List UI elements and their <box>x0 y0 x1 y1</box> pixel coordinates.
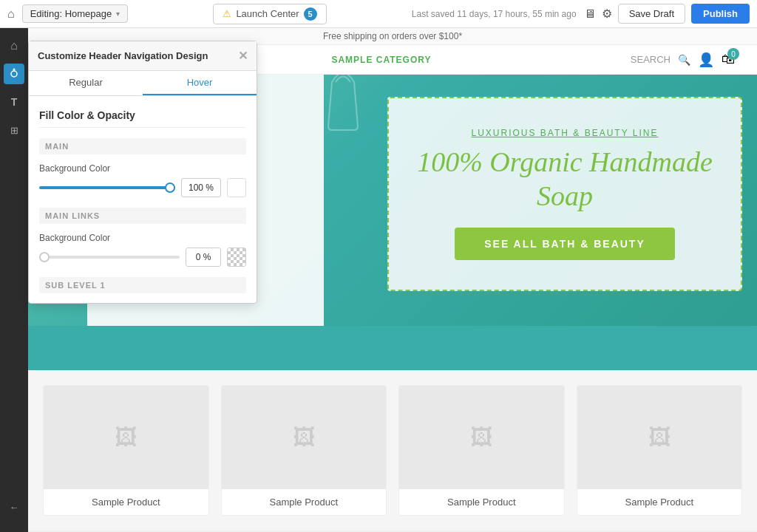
sidebar-grid-icon[interactable]: ⊞ <box>4 120 24 140</box>
save-info: Last saved 11 days, 17 hours, 55 min ago <box>412 9 577 19</box>
launch-badge: 5 <box>304 7 317 21</box>
tab-regular[interactable]: Regular <box>29 71 143 95</box>
home-icon[interactable]: ⌂ <box>7 7 15 21</box>
section-main-label: MAIN <box>39 138 246 154</box>
sidebar-paint-icon[interactable] <box>4 64 24 84</box>
left-sidebar: ⌂ T ⊞ ← <box>0 28 28 532</box>
organic-title: 100% Organic Handmade Soap <box>411 146 719 213</box>
main-slider-track[interactable] <box>39 186 175 189</box>
publish-button[interactable]: Publish <box>691 4 750 24</box>
products-grid: 🖼 Sample Product 🖼 Sample Product 🖼 Samp… <box>43 385 742 516</box>
user-icon[interactable]: 👤 <box>698 52 714 68</box>
product-card: 🖼 Sample Product <box>43 385 209 516</box>
editing-dropdown[interactable]: Editing: Homepage ▾ <box>22 4 129 23</box>
search-label: SEARCH <box>631 54 671 65</box>
links-slider-container <box>39 248 246 267</box>
svg-point-1 <box>13 69 16 71</box>
sidebar-back-icon[interactable]: ← <box>4 497 24 517</box>
product-image-4: 🖼 <box>577 386 742 489</box>
see-all-button[interactable]: SEE ALL BATH & BEAUTY <box>455 228 675 260</box>
fill-color-title: Fill Color & Opacity <box>39 106 246 128</box>
sidebar-bottom: ← <box>4 497 24 517</box>
sidebar-home-icon[interactable]: ⌂ <box>4 35 24 56</box>
main-opacity-input[interactable] <box>181 178 221 197</box>
sidebar-text-icon[interactable]: T <box>4 92 24 112</box>
bag-decoration <box>321 75 365 134</box>
search-icon[interactable]: 🔍 <box>678 54 690 66</box>
top-center: ⚠ Launch Center 5 <box>213 4 326 24</box>
top-bar: ⌂ Editing: Homepage ▾ ⚠ Launch Center 5 … <box>0 0 757 28</box>
product-card-3: 🖼 Sample Product <box>398 385 565 516</box>
links-opacity-input[interactable] <box>186 248 221 267</box>
tab-hover[interactable]: Hover <box>143 71 257 95</box>
product-name-3: Sample Product <box>399 489 564 515</box>
product-image-2: 🖼 <box>222 386 387 489</box>
chevron-down-icon: ▾ <box>116 10 120 18</box>
product-card-4: 🖼 Sample Product <box>577 385 743 516</box>
panel-tabs: Regular Hover <box>29 71 257 96</box>
section-main-links-label: MAIN LINKS <box>39 208 246 224</box>
product-name-1: Sample Product <box>44 489 208 515</box>
panel-close-button[interactable]: ✕ <box>238 49 248 63</box>
links-slider-thumb[interactable] <box>39 252 50 262</box>
product-name-4: Sample Product <box>577 489 742 515</box>
product-name-2: Sample Product <box>222 489 387 515</box>
customize-panel: Customize Header Navigation Design ✕ Reg… <box>28 41 257 304</box>
product-image-3: 🖼 <box>399 386 564 489</box>
alert-icon: ⚠ <box>223 8 231 19</box>
launch-center-button[interactable]: ⚠ Launch Center 5 <box>213 4 326 24</box>
cart-icon[interactable]: 🛍 0 <box>722 52 735 67</box>
links-color-swatch[interactable] <box>227 248 246 267</box>
panel-header: Customize Header Navigation Design ✕ <box>29 41 257 71</box>
main-slider-thumb[interactable] <box>165 183 175 193</box>
panel-scroll-area: Fill Color & Opacity MAIN Background Col… <box>29 96 257 303</box>
site-nav: SAMPLE CATEGORY <box>331 55 431 65</box>
products-section: 🖼 Sample Product 🖼 Sample Product 🖼 Samp… <box>28 370 757 531</box>
section-sub-level-label: SUB LEVEL 1 <box>39 277 246 293</box>
search-area: SEARCH 🔍 👤 🛍 0 <box>631 52 735 68</box>
settings-icon[interactable]: ⚙ <box>602 7 612 21</box>
product-image-1: 🖼 <box>44 386 208 489</box>
launch-center-label: Launch Center <box>236 8 299 19</box>
main-color-swatch[interactable] <box>227 178 246 197</box>
luxurious-label: LUXURIOUS BATH & BEAUTY LINE <box>411 128 719 138</box>
desktop-icon[interactable]: 🖥 <box>584 7 596 21</box>
links-slider-track[interactable] <box>39 256 180 259</box>
nav-category[interactable]: SAMPLE CATEGORY <box>331 55 431 65</box>
panel-title: Customize Header Navigation Design <box>38 50 208 61</box>
save-draft-button[interactable]: Save Draft <box>618 4 685 24</box>
bg-color-label-main: Background Color <box>39 163 246 174</box>
top-right-actions: 🖥 ⚙ Save Draft Publish <box>584 4 750 24</box>
hero-right-box: LUXURIOUS BATH & BEAUTY LINE 100% Organi… <box>387 97 742 291</box>
main-slider-container <box>39 178 246 197</box>
panel-body: Fill Color & Opacity MAIN Background Col… <box>29 96 257 303</box>
bg-color-label-links: Background Color <box>39 233 246 243</box>
svg-point-0 <box>11 71 17 77</box>
product-card-2: 🖼 Sample Product <box>221 385 387 516</box>
teal-band <box>28 326 757 370</box>
editing-label-text: Editing: Homepage <box>30 8 112 19</box>
